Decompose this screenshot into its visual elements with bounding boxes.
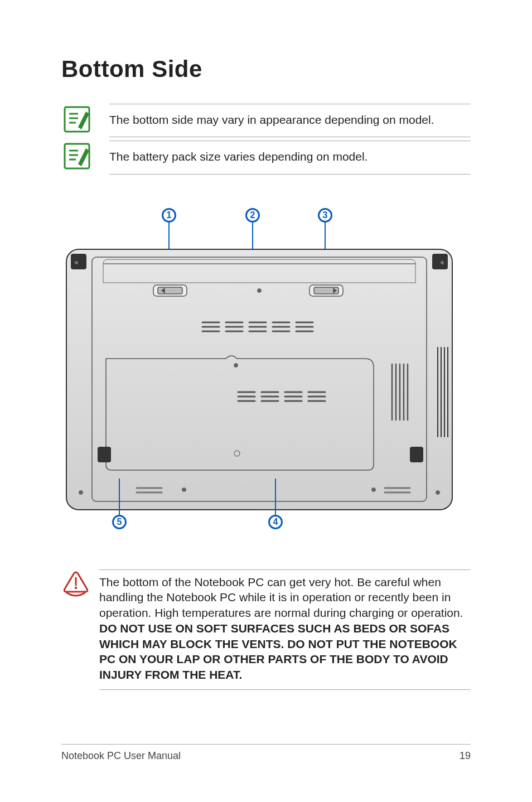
note-text: The battery pack size varies depending o… bbox=[109, 141, 471, 174]
callout-4: 4 bbox=[268, 515, 283, 529]
laptop-bottom-illustration bbox=[64, 247, 454, 512]
svg-point-37 bbox=[234, 363, 238, 367]
warning-lead: The bottom of the Notebook PC can get ve… bbox=[99, 576, 463, 619]
svg-point-64 bbox=[372, 487, 376, 491]
page-title: Bottom Side bbox=[61, 56, 471, 83]
svg-point-12 bbox=[75, 261, 78, 264]
note-icon bbox=[61, 141, 93, 172]
callout-3: 3 bbox=[318, 208, 332, 223]
callout-5: 5 bbox=[112, 515, 127, 529]
svg-rect-10 bbox=[71, 254, 86, 269]
page-footer: Notebook PC User Manual 19 bbox=[61, 744, 471, 762]
callout-line bbox=[119, 479, 120, 515]
note-row: The battery pack size varies depending o… bbox=[61, 141, 471, 174]
svg-point-63 bbox=[182, 487, 186, 491]
svg-rect-60 bbox=[98, 447, 111, 462]
footer-title: Notebook PC User Manual bbox=[61, 750, 181, 762]
svg-point-21 bbox=[258, 288, 262, 292]
svg-point-65 bbox=[436, 490, 440, 494]
warning-row: The bottom of the Notebook PC can get ve… bbox=[61, 569, 471, 690]
svg-rect-61 bbox=[410, 447, 423, 462]
note-row: The bottom side may vary in appearance d… bbox=[61, 104, 471, 137]
callout-1: 1 bbox=[162, 208, 176, 223]
note-text: The bottom side may vary in appearance d… bbox=[109, 104, 471, 137]
note-icon bbox=[61, 104, 93, 135]
svg-point-71 bbox=[75, 586, 77, 588]
laptop-bottom-diagram: 1 2 3 bbox=[61, 208, 471, 554]
svg-point-62 bbox=[79, 490, 83, 494]
callout-2: 2 bbox=[245, 208, 260, 223]
callout-line bbox=[275, 479, 276, 515]
warning-text: The bottom of the Notebook PC can get ve… bbox=[99, 569, 471, 690]
page-number: 19 bbox=[460, 750, 471, 762]
warning-icon bbox=[61, 569, 90, 598]
svg-rect-8 bbox=[66, 249, 452, 510]
svg-rect-11 bbox=[432, 254, 448, 269]
warning-bold: DO NOT USE ON SOFT SURFACES SUCH AS BEDS… bbox=[99, 622, 457, 681]
svg-point-13 bbox=[441, 261, 444, 264]
